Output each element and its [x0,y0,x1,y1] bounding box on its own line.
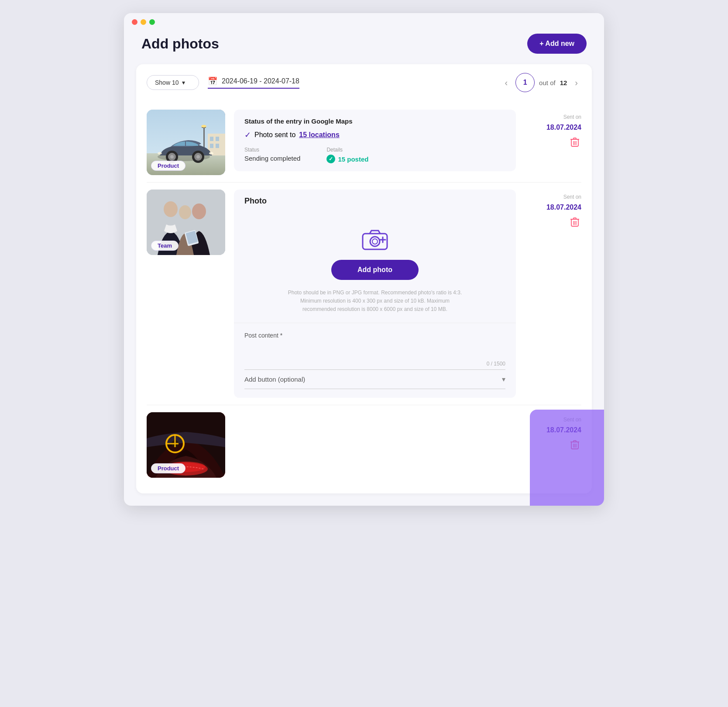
sent-date-col: Sent on 18.07.2024 [525,190,581,231]
check-circle-icon: ✓ [244,130,251,140]
trash-icon [570,137,580,147]
locations-link[interactable]: 15 locations [299,131,339,139]
purple-accent-panel [530,410,604,506]
date-range-filter[interactable]: 📅 2024-06-19 - 2024-07-18 [208,76,299,89]
photo-thumbnail: Team [147,190,225,255]
upload-card-title: Photo [234,190,516,210]
photo-thumbnail: Product [147,110,225,175]
pagination: ‹ out of 12 › [501,73,581,92]
sent-date-col: Sent on 18.07.2024 [525,110,581,151]
details-col-label: Details [326,147,368,153]
upload-hint-text: Photo should be in PNG or JPG format. Re… [288,289,462,314]
svg-rect-8 [210,144,213,148]
svg-rect-6 [210,137,213,141]
sent-on-label: Sent on [563,114,581,120]
svg-point-16 [196,155,200,159]
content-card: Show 10 ▾ 📅 2024-06-19 - 2024-07-18 ‹ ou… [136,64,592,493]
post-textarea-wrap: 0 / 1500 [244,341,505,370]
show-select-chevron: ▾ [182,79,185,86]
date-range-text: 2024-06-19 - 2024-07-18 [222,77,299,85]
svg-point-4 [201,125,206,128]
status-col-label: Status [244,147,300,153]
svg-rect-9 [216,144,219,148]
photo-category-label: Product [151,463,185,473]
page-header: Add photos + Add new [124,29,604,64]
close-dot[interactable] [132,19,137,25]
camera-add-icon [361,228,389,251]
details-col: Details ✓ 15 posted [326,147,368,163]
svg-rect-7 [216,137,219,141]
photo-row: Team Photo [147,183,581,405]
out-of-label: out of [539,79,556,86]
page-title: Add photos [141,36,219,52]
minimize-dot[interactable] [141,19,146,25]
calendar-icon: 📅 [208,76,217,86]
posted-badge: ✓ 15 posted [326,155,368,163]
add-new-button[interactable]: + Add new [527,34,587,54]
chevron-down-icon: ▾ [502,375,505,383]
sent-on-date: 18.07.2024 [546,124,581,131]
posted-check-icon: ✓ [326,155,335,163]
sent-on-label: Sent on [563,194,581,200]
svg-point-18 [158,152,162,155]
char-count: 0 / 1500 [244,361,505,367]
photo-category-label: Team [151,241,179,251]
maximize-dot[interactable] [149,19,155,25]
svg-point-31 [179,205,191,219]
title-bar [124,13,604,29]
photo-category-label: Product [151,161,185,171]
svg-point-29 [164,201,178,217]
add-button-label: Add button (optional) [244,376,305,383]
sent-on-date: 18.07.2024 [546,203,581,211]
svg-point-30 [192,203,206,219]
prev-page-button[interactable]: ‹ [501,76,511,90]
status-sent-row: ✓ Photo sent to 15 locations [244,130,505,140]
photo-row: Product Sent on 18.07.2024 [147,405,581,485]
photo-thumbnail: Product [147,412,225,478]
next-page-button[interactable]: › [571,76,581,90]
add-button-select[interactable]: Add button (optional) ▾ [244,370,505,389]
status-col: Status Sending completed [244,147,300,163]
svg-point-35 [370,237,380,246]
show-select[interactable]: Show 10 ▾ [147,75,199,90]
total-pages: 12 [560,79,567,86]
post-section: Post content * 0 / 1500 Add button (opti… [234,323,516,398]
post-content-input[interactable] [244,341,505,359]
add-photo-button[interactable]: Add photo [331,260,419,280]
photo-row: Product Status of the entry in Google Ma… [147,103,581,183]
status-col-value: Sending completed [244,155,300,162]
svg-rect-34 [363,234,387,249]
upload-card: Photo Add photo Photo should be in [234,190,516,398]
upload-area: Add photo Photo should be in PNG or JPG … [234,210,516,323]
status-card-title: Status of the entry in Google Maps [244,117,505,125]
main-window: Add photos + Add new Show 10 ▾ 📅 2024-06… [124,13,604,506]
trash-icon [570,217,580,227]
delete-button[interactable] [568,215,581,231]
status-details-row: Status Sending completed Details ✓ 15 po… [244,147,505,163]
svg-point-17 [209,152,213,155]
svg-point-36 [372,239,378,244]
controls-bar: Show 10 ▾ 📅 2024-06-19 - 2024-07-18 ‹ ou… [147,73,581,92]
svg-point-13 [170,155,174,159]
status-card: Status of the entry in Google Maps ✓ Pho… [234,110,516,171]
post-content-label: Post content * [244,332,505,339]
page-input[interactable] [515,73,535,92]
sent-text: Photo sent to [254,131,295,139]
delete-button[interactable] [568,135,581,151]
